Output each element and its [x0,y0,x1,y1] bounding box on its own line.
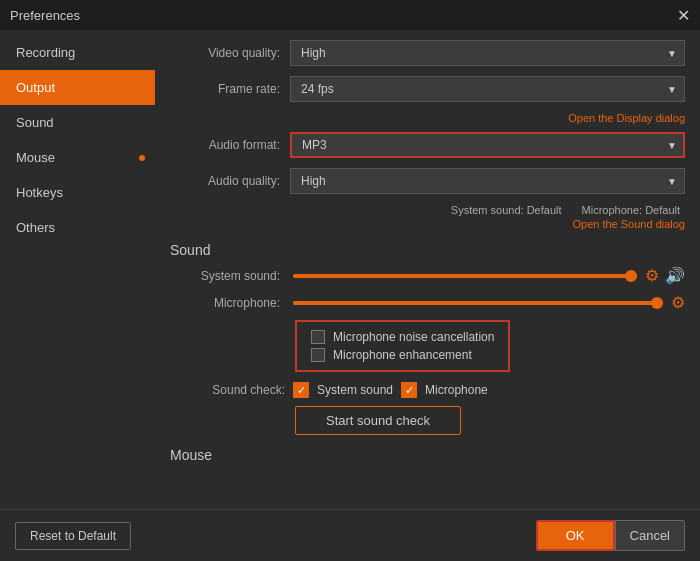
system-sound-slider-label: System sound: [170,269,285,283]
sidebar-item-recording[interactable]: Recording [0,35,155,70]
sidebar: Recording Output Sound Mouse Hotkeys Oth… [0,30,155,509]
system-sound-info: System sound: Default [451,204,562,216]
sidebar-item-label: Mouse [16,150,55,165]
system-sound-fill [293,274,637,278]
footer-actions: OK Cancel [536,520,685,551]
open-display-dialog-link[interactable]: Open the Display dialog [170,112,685,124]
sound-check-microphone-checkbox[interactable] [401,382,417,398]
audio-quality-row: Audio quality: High Medium Low [170,168,685,194]
audio-format-select-wrapper: MP3 AAC FLAC WAV [290,132,685,158]
frame-rate-label: Frame rate: [170,82,290,96]
sound-check-label: Sound check: [170,383,285,397]
frame-rate-select[interactable]: 24 fps 30 fps 60 fps [290,76,685,102]
system-sound-track[interactable] [293,274,637,278]
main-layout: Recording Output Sound Mouse Hotkeys Oth… [0,30,700,509]
sound-check-microphone-label: Microphone [425,383,488,397]
audio-quality-select[interactable]: High Medium Low [290,168,685,194]
video-quality-select-wrapper: High Medium Low [290,40,685,66]
window-title: Preferences [10,8,80,23]
open-sound-dialog-text: Open the Sound dialog [572,218,685,230]
sound-check-system-label: System sound [317,383,393,397]
mouse-section-title: Mouse [170,447,685,463]
sound-section-title: Sound [170,242,685,258]
sidebar-item-others[interactable]: Others [0,210,155,245]
sidebar-item-output[interactable]: Output [0,70,155,105]
system-sound-slider-row: System sound: ⚙ 🔊 [170,266,685,285]
start-sound-check-button[interactable]: Start sound check [295,406,461,435]
enhancement-checkbox[interactable] [311,348,325,362]
default-info-row: System sound: Default Microphone: Defaul… [170,204,685,216]
title-bar: Preferences ✕ [0,0,700,30]
content-area: Video quality: High Medium Low Frame rat… [155,30,700,509]
audio-format-label: Audio format: [170,138,290,152]
reset-button[interactable]: Reset to Default [15,522,131,550]
microphone-settings-icon[interactable]: ⚙ [671,293,685,312]
sound-check-row: Sound check: System sound Microphone [170,382,685,398]
frame-rate-select-wrapper: 24 fps 30 fps 60 fps [290,76,685,102]
microphone-info: Microphone: Default [582,204,680,216]
sidebar-item-label: Recording [16,45,75,60]
audio-quality-label: Audio quality: [170,174,290,188]
audio-quality-select-wrapper: High Medium Low [290,168,685,194]
microphone-options-panel: Microphone noise cancellation Microphone… [295,320,510,372]
system-sound-thumb[interactable] [625,270,637,282]
mouse-section: Mouse [170,447,685,463]
audio-format-select[interactable]: MP3 AAC FLAC WAV [290,132,685,158]
noise-cancellation-checkbox[interactable] [311,330,325,344]
noise-cancellation-row: Microphone noise cancellation [311,330,494,344]
system-sound-icons: ⚙ 🔊 [645,266,685,285]
sidebar-item-label: Others [16,220,55,235]
microphone-slider-row: Microphone: ⚙ [170,293,685,312]
start-sound-check-wrapper: Start sound check [295,406,685,435]
video-quality-row: Video quality: High Medium Low [170,40,685,66]
cancel-button[interactable]: Cancel [615,520,685,551]
mouse-notification-dot [139,155,145,161]
video-quality-select[interactable]: High Medium Low [290,40,685,66]
enhancement-row: Microphone enhancement [311,348,494,362]
microphone-fill [293,301,663,305]
enhancement-label: Microphone enhancement [333,348,472,362]
audio-format-row: Audio format: MP3 AAC FLAC WAV [170,132,685,158]
microphone-track[interactable] [293,301,663,305]
frame-rate-row: Frame rate: 24 fps 30 fps 60 fps [170,76,685,102]
microphone-slider-label: Microphone: [170,296,285,310]
sound-check-system-checkbox[interactable] [293,382,309,398]
microphone-thumb[interactable] [651,297,663,309]
sidebar-item-label: Hotkeys [16,185,63,200]
ok-button[interactable]: OK [536,520,615,551]
settings-icon[interactable]: ⚙ [645,266,659,285]
open-sound-dialog-link[interactable]: Open the Sound dialog [170,218,685,230]
microphone-icons: ⚙ [671,293,685,312]
close-button[interactable]: ✕ [677,6,690,25]
sidebar-item-sound[interactable]: Sound [0,105,155,140]
noise-cancellation-label: Microphone noise cancellation [333,330,494,344]
preferences-window: Preferences ✕ Recording Output Sound Mou… [0,0,700,561]
video-quality-label: Video quality: [170,46,290,60]
sidebar-item-mouse[interactable]: Mouse [0,140,155,175]
sidebar-item-label: Output [16,80,55,95]
footer: Reset to Default OK Cancel [0,509,700,561]
sidebar-item-hotkeys[interactable]: Hotkeys [0,175,155,210]
open-display-dialog-text: Open the Display dialog [568,112,685,124]
speaker-icon[interactable]: 🔊 [665,266,685,285]
sidebar-item-label: Sound [16,115,54,130]
